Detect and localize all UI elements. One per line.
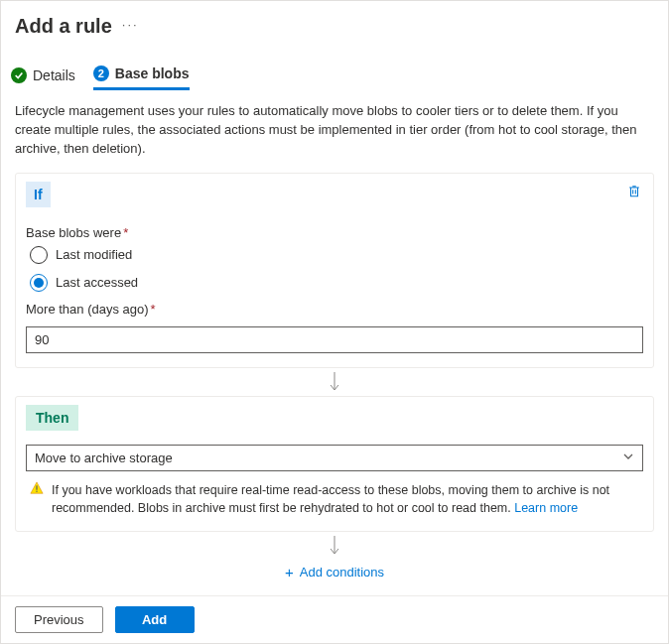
warning-icon [30,481,44,517]
svg-rect-1 [36,490,37,491]
tab-base-blobs-label: Base blobs [115,65,190,81]
then-action-card: Then Move to archive storage If you have… [15,396,654,532]
description-text: Lifecycle management uses your rules to … [15,102,654,159]
warning-text: If you have workloads that require real-… [52,481,639,517]
arrow-down-icon [15,368,654,396]
svg-rect-0 [36,485,37,489]
tab-base-blobs[interactable]: 2 Base blobs [93,65,190,90]
plus-icon: + [285,564,294,580]
add-conditions-button[interactable]: + Add conditions [15,560,654,590]
radio-last-accessed[interactable]: Last accessed [30,274,643,292]
add-conditions-label: Add conditions [300,565,384,580]
learn-more-link[interactable]: Learn more [514,501,578,515]
tabs: Details 2 Base blobs [1,42,668,90]
if-condition-card: If Base blobs were* Last modified Last a… [15,173,654,368]
radio-icon [30,246,48,264]
radio-last-accessed-label: Last accessed [56,275,138,290]
tab-details-label: Details [33,67,75,83]
checkmark-icon [11,67,27,83]
warning-row: If you have workloads that require real-… [26,481,643,517]
action-select-value: Move to archive storage [35,451,173,465]
more-menu-icon[interactable]: ··· [122,17,139,36]
more-than-label: More than (days ago)* [26,302,643,317]
then-badge: Then [26,405,78,431]
tab-details[interactable]: Details [11,67,75,89]
base-blobs-were-label: Base blobs were* [26,225,643,240]
step-number-icon: 2 [93,65,109,81]
if-badge: If [26,182,51,207]
days-input[interactable] [26,326,643,353]
previous-button[interactable]: Previous [15,606,103,633]
radio-group-base-blobs: Last modified Last accessed [30,246,643,292]
page-title: Add a rule [15,15,112,38]
footer-buttons: Previous Add [1,595,668,643]
radio-last-modified-label: Last modified [56,247,132,262]
radio-icon [30,274,48,292]
add-button[interactable]: Add [115,606,195,633]
chevron-down-icon [622,451,634,465]
delete-icon[interactable] [625,182,643,203]
radio-last-modified[interactable]: Last modified [30,246,643,264]
arrow-down-icon [15,532,654,560]
action-select[interactable]: Move to archive storage [26,445,643,471]
